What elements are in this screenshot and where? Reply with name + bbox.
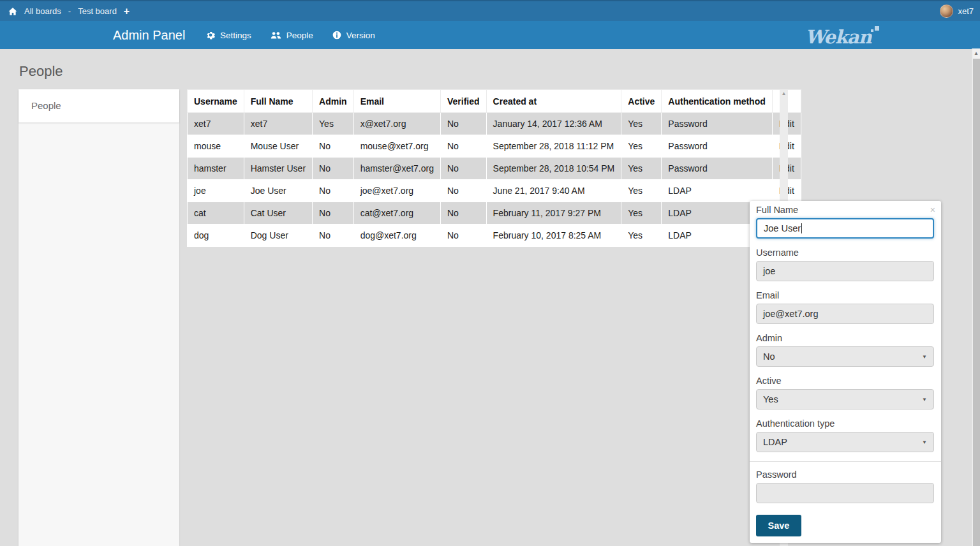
- scroll-up-icon[interactable]: ▲: [972, 48, 980, 58]
- col-username: Username: [188, 90, 244, 113]
- user-menu[interactable]: xet7: [940, 4, 974, 18]
- auth-type-select[interactable]: LDAP ▼: [756, 432, 934, 452]
- admin-header: Admin Panel Settings People Version Weka…: [0, 21, 980, 49]
- cell-email: cat@xet7.org: [353, 202, 440, 225]
- gear-icon: [206, 31, 215, 40]
- cell-email: joe@xet7.org: [353, 180, 440, 202]
- cell-email: hamster@xet7.org: [353, 158, 440, 180]
- password-input[interactable]: [756, 483, 934, 503]
- password-label: Password: [756, 469, 934, 480]
- cell-active: Yes: [621, 225, 662, 247]
- cell-full-name: Joe User: [244, 180, 312, 202]
- section-heading: People: [19, 63, 63, 80]
- admin-select[interactable]: No ▼: [756, 346, 934, 367]
- col-verified: Verified: [441, 90, 487, 113]
- sidebar-item-label: People: [31, 100, 61, 111]
- nav-version[interactable]: Version: [332, 31, 375, 40]
- cell-auth-method: Password: [662, 158, 772, 180]
- cell-created-at: September 28, 2018 11:12 PM: [486, 135, 621, 158]
- table-row: dog Dog User No dog@xet7.org No February…: [188, 225, 801, 247]
- cell-admin: No: [313, 180, 354, 202]
- password-group: Password: [756, 469, 934, 503]
- table-row: xet7 xet7 Yes x@xet7.org No January 14, …: [188, 113, 801, 135]
- col-created-at: Created at: [486, 90, 621, 113]
- cell-admin: No: [313, 158, 354, 180]
- cell-active: Yes: [621, 158, 662, 180]
- wekan-logo: Wekan: [805, 23, 872, 51]
- cell-full-name: Hamster User: [244, 158, 312, 180]
- nav-people[interactable]: People: [271, 31, 313, 40]
- chevron-down-icon: ▼: [922, 397, 927, 402]
- breadcrumb-board-name[interactable]: Test board: [78, 6, 117, 16]
- nav-settings[interactable]: Settings: [206, 31, 251, 40]
- cell-email: x@xet7.org: [353, 113, 440, 135]
- col-email: Email: [353, 90, 440, 113]
- cell-admin: No: [313, 135, 354, 158]
- people-table-body: xet7 xet7 Yes x@xet7.org No January 14, …: [188, 113, 801, 247]
- cell-username: dog: [188, 225, 244, 247]
- avatar[interactable]: [940, 4, 953, 18]
- cell-verified: No: [441, 180, 487, 202]
- cell-full-name: xet7: [244, 113, 312, 135]
- col-auth-method: Authentication method: [662, 90, 772, 113]
- auth-type-label: Authentication type: [756, 418, 934, 429]
- breadcrumb: All boards - Test board +: [8, 6, 130, 17]
- home-icon[interactable]: [8, 7, 17, 16]
- cell-admin: Yes: [313, 113, 354, 135]
- nav-settings-label: Settings: [220, 31, 251, 40]
- active-select[interactable]: Yes ▼: [756, 389, 934, 410]
- divider: [750, 461, 941, 462]
- cell-auth-method: Password: [662, 135, 772, 158]
- admin-sidebar: People: [19, 89, 179, 546]
- chevron-down-icon: ▼: [922, 439, 927, 445]
- user-name: xet7: [958, 6, 974, 16]
- active-group: Active Yes ▼: [756, 376, 934, 410]
- logo-dot: [871, 29, 873, 32]
- people-table-header: Username Full Name Admin Email Verified …: [188, 90, 801, 113]
- cell-full-name: Dog User: [244, 225, 312, 247]
- username-group: Username joe: [756, 247, 934, 281]
- save-button[interactable]: Save: [756, 515, 801, 536]
- cell-active: Yes: [621, 135, 662, 158]
- cell-verified: No: [441, 158, 487, 180]
- cell-full-name: Cat User: [244, 202, 312, 225]
- nav-people-label: People: [286, 31, 313, 40]
- email-label: Email: [756, 290, 934, 300]
- breadcrumb-separator: -: [68, 6, 71, 16]
- cell-created-at: February 10, 2017 8:25 AM: [486, 225, 621, 247]
- cell-admin: No: [313, 202, 354, 225]
- page-scrollbar[interactable]: ▲: [972, 48, 980, 546]
- table-row: cat Cat User No cat@xet7.org No February…: [188, 202, 801, 225]
- scrollbar-thumb[interactable]: [973, 59, 980, 546]
- cell-auth-method: LDAP: [662, 180, 772, 202]
- cell-created-at: June 21, 2017 9:40 AM: [486, 180, 621, 202]
- cell-verified: No: [441, 202, 487, 225]
- table-row: joe Joe User No joe@xet7.org No June 21,…: [188, 180, 801, 202]
- cell-username: xet7: [188, 113, 244, 135]
- table-row: mouse Mouse User No mouse@xet7.org No Se…: [188, 135, 801, 158]
- logo-dot: [875, 26, 879, 31]
- cell-email: mouse@xet7.org: [353, 135, 440, 158]
- cell-verified: No: [441, 113, 487, 135]
- cell-username: mouse: [188, 135, 244, 158]
- full-name-input[interactable]: Joe User: [756, 218, 934, 239]
- close-icon[interactable]: ×: [930, 207, 935, 213]
- cell-full-name: Mouse User: [244, 135, 312, 158]
- page-title: Admin Panel: [113, 21, 185, 49]
- active-label: Active: [756, 376, 934, 386]
- cell-created-at: September 28, 2018 10:54 PM: [486, 158, 621, 180]
- text-cursor: [801, 223, 802, 233]
- cell-username: hamster: [188, 158, 244, 180]
- breadcrumb-all-boards[interactable]: All boards: [24, 6, 61, 16]
- email-input[interactable]: joe@xet7.org: [756, 304, 934, 324]
- cell-username: cat: [188, 202, 244, 225]
- add-board-icon[interactable]: +: [124, 6, 130, 17]
- cell-created-at: January 14, 2017 12:36 AM: [486, 113, 621, 135]
- cell-active: Yes: [621, 202, 662, 225]
- username-input[interactable]: joe: [756, 261, 934, 281]
- scroll-up-icon[interactable]: ▲: [780, 89, 788, 98]
- admin-nav: Settings People Version: [206, 21, 375, 49]
- sidebar-item-people[interactable]: People: [19, 89, 179, 122]
- nav-version-label: Version: [346, 31, 375, 40]
- chevron-down-icon: ▼: [922, 354, 927, 360]
